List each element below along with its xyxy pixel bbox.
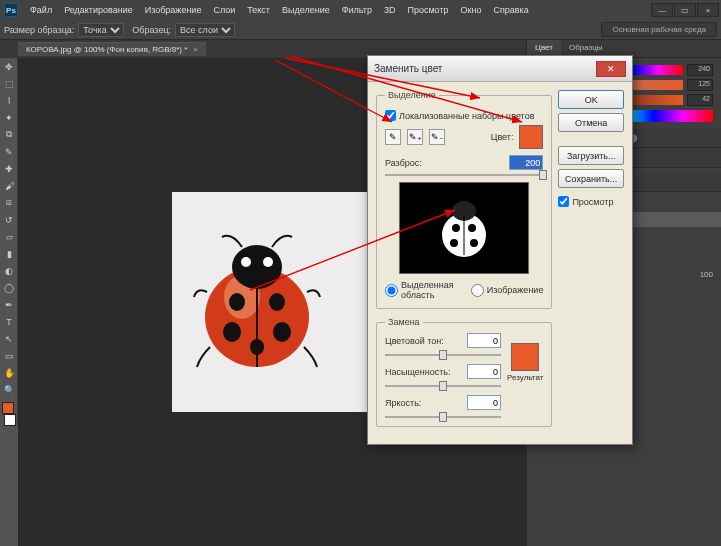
localized-check-row[interactable]: Локализованные наборы цветов [385, 110, 543, 121]
sample-select[interactable]: Все слои [175, 23, 235, 37]
selection-preview[interactable] [399, 182, 529, 274]
light-label: Яркость: [385, 398, 461, 408]
radio-selection-label: Выделенная область [401, 280, 461, 300]
result-color-swatch[interactable] [511, 343, 539, 371]
sat-slider[interactable] [385, 385, 501, 387]
svg-point-4 [263, 257, 273, 267]
fuzziness-slider[interactable] [385, 174, 543, 176]
hue-input[interactable] [467, 333, 501, 348]
menu-file[interactable]: Файл [24, 5, 58, 15]
radio-image[interactable] [471, 284, 484, 297]
eyedropper-tool[interactable]: ✎ [0, 143, 18, 160]
close-document-icon[interactable]: × [193, 45, 198, 54]
svg-point-3 [241, 257, 251, 267]
crop-tool[interactable]: ⧉ [0, 126, 18, 143]
val-b[interactable]: 42 [687, 94, 713, 106]
eyedropper-minus-icon[interactable]: ✎₋ [429, 129, 445, 145]
pen-tool[interactable]: ✒ [0, 296, 18, 313]
radio-selection-row[interactable]: Выделенная область [385, 280, 461, 300]
preview-check-row[interactable]: Просмотр [558, 196, 624, 207]
menu-filter[interactable]: Фильтр [336, 5, 378, 15]
hand-tool[interactable]: ✋ [0, 364, 18, 381]
shape-tool[interactable]: ▭ [0, 347, 18, 364]
zoom-tool[interactable]: 🔍 [0, 381, 18, 398]
canvas-document[interactable] [172, 192, 372, 412]
eraser-tool[interactable]: ▱ [0, 228, 18, 245]
blur-tool[interactable]: ◐ [0, 262, 18, 279]
menu-image[interactable]: Изображение [139, 5, 208, 15]
heal-tool[interactable]: ✚ [0, 160, 18, 177]
history-brush-tool[interactable]: ↺ [0, 211, 18, 228]
replace-group: Замена Цветовой тон: Насыщенность: [376, 317, 552, 427]
fuzziness-input[interactable] [509, 155, 543, 170]
preview-checkbox[interactable] [558, 196, 569, 207]
marquee-tool[interactable]: ⬚ [0, 75, 18, 92]
save-button[interactable]: Сохранить... [558, 169, 624, 188]
ok-button[interactable]: OK [558, 90, 624, 109]
svg-point-14 [468, 224, 476, 232]
localized-label: Локализованные наборы цветов [399, 111, 534, 121]
background-color-swatch[interactable] [4, 414, 16, 426]
fill-val: 100 [700, 270, 713, 279]
gradient-tool[interactable]: ▮ [0, 245, 18, 262]
ladybug-image [192, 227, 322, 377]
menu-window[interactable]: Окно [455, 5, 488, 15]
dialog-title: Заменить цвет [374, 63, 596, 74]
minimize-button[interactable]: — [651, 3, 673, 17]
svg-point-13 [452, 224, 460, 232]
lasso-tool[interactable]: ⌇ [0, 92, 18, 109]
color-swatches[interactable] [0, 402, 18, 426]
light-slider[interactable] [385, 416, 501, 418]
cancel-button[interactable]: Отмена [558, 113, 624, 132]
menu-help[interactable]: Справка [487, 5, 534, 15]
val-g[interactable]: 125 [687, 79, 713, 91]
menu-type[interactable]: Текст [241, 5, 276, 15]
path-tool[interactable]: ↖ [0, 330, 18, 347]
radio-image-row[interactable]: Изображение [471, 280, 544, 300]
foreground-color-swatch[interactable] [2, 402, 14, 414]
wand-tool[interactable]: ✦ [0, 109, 18, 126]
ps-logo: Ps [4, 3, 18, 17]
svg-point-6 [229, 293, 245, 311]
svg-point-16 [470, 239, 478, 247]
eyedropper-plus-icon[interactable]: ✎₊ [407, 129, 423, 145]
sample-size-label: Размер образца: [4, 25, 74, 35]
eyedropper-icon[interactable]: ✎ [385, 129, 401, 145]
workspace-switcher[interactable]: Основная рабочая среда [601, 22, 717, 37]
maximize-button[interactable]: ▭ [674, 3, 696, 17]
move-tool[interactable]: ✥ [0, 58, 18, 75]
document-tab[interactable]: КОРОВА.jpg @ 100% (Фон копия, RGB/8*) * … [18, 42, 206, 56]
close-button[interactable]: × [697, 3, 719, 17]
type-tool[interactable]: T [0, 313, 18, 330]
dialog-close-button[interactable]: ✕ [596, 61, 626, 77]
svg-point-15 [450, 239, 458, 247]
sample-size-select[interactable]: Точка [78, 23, 124, 37]
selection-color-swatch[interactable] [519, 125, 543, 149]
radio-selection[interactable] [385, 284, 398, 297]
document-title: КОРОВА.jpg @ 100% (Фон копия, RGB/8*) * [26, 45, 187, 54]
val-r[interactable]: 240 [687, 64, 713, 76]
tools-panel: ✥ ⬚ ⌇ ✦ ⧉ ✎ ✚ 🖌 ⧇ ↺ ▱ ▮ ◐ ◯ ✒ T ↖ ▭ ✋ 🔍 [0, 58, 18, 426]
menu-3d[interactable]: 3D [378, 5, 402, 15]
hue-slider[interactable] [385, 354, 501, 356]
menu-view[interactable]: Просмотр [401, 5, 454, 15]
load-button[interactable]: Загрузить... [558, 146, 624, 165]
preview-label: Просмотр [572, 197, 613, 207]
stamp-tool[interactable]: ⧇ [0, 194, 18, 211]
sat-input[interactable] [467, 364, 501, 379]
localized-checkbox[interactable] [385, 110, 396, 121]
radio-image-label: Изображение [487, 285, 544, 295]
menu-edit[interactable]: Редактирование [58, 5, 139, 15]
sample-label: Образец: [132, 25, 171, 35]
menu-layer[interactable]: Слои [207, 5, 241, 15]
replace-legend: Замена [385, 317, 423, 327]
dialog-titlebar[interactable]: Заменить цвет ✕ [368, 56, 632, 82]
sat-label: Насыщенность: [385, 367, 461, 377]
light-input[interactable] [467, 395, 501, 410]
selection-group: Выделение Локализованные наборы цветов ✎… [376, 90, 552, 309]
brush-tool[interactable]: 🖌 [0, 177, 18, 194]
dodge-tool[interactable]: ◯ [0, 279, 18, 296]
menu-select[interactable]: Выделение [276, 5, 336, 15]
color-label: Цвет: [491, 132, 514, 142]
result-label: Результат [507, 373, 543, 382]
